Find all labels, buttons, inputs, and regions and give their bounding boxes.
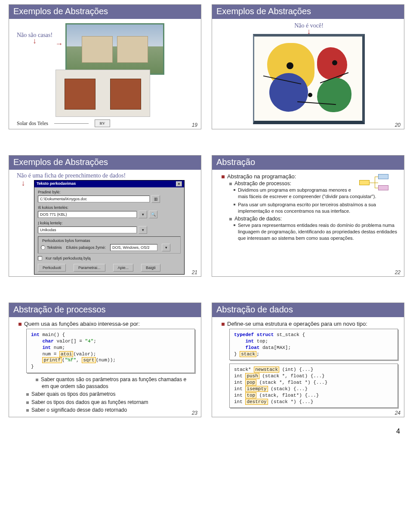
slide-number: 24 — [395, 410, 401, 416]
params-button[interactable]: Parametrai... — [74, 264, 105, 272]
dropdown-icon[interactable]: ▾ — [162, 244, 170, 251]
file-path-input[interactable]: C:\Dokumentai\Knygos.doc — [38, 196, 150, 202]
flowchart-icon — [359, 174, 398, 191]
slide-number: 22 — [395, 269, 401, 275]
slide-number: 23 — [192, 410, 197, 416]
slide-title: Exemplos de Abstrações — [9, 5, 201, 19]
group-label: Perkoduotos bylos formatas — [41, 238, 92, 243]
rv-badge: RV — [95, 119, 110, 127]
field-label: Pradinė bylė: — [38, 190, 181, 194]
page-number: 4 — [396, 428, 400, 435]
dropdown-icon[interactable]: ▾ — [139, 211, 147, 218]
bottom-label: Solar dos Teles — [17, 120, 48, 127]
arrow-down-icon: ↓ — [22, 181, 25, 186]
bullet-l1: Quem usa as funções abaixo interessa-se … — [18, 321, 195, 327]
checkbox[interactable] — [38, 256, 42, 260]
finish-button[interactable]: Baigti — [141, 264, 160, 272]
slide-21: Exemplos de Abstrações Não é uma ficha d… — [9, 155, 201, 277]
slide-title: Exemplos de Abstrações — [9, 156, 201, 170]
code-block: int main() { char valor[] = "4"; int num… — [26, 329, 195, 373]
code-block-funcs: stack* newstack (int) {...} int push (st… — [229, 364, 398, 408]
search-icon[interactable]: 🔍 — [149, 211, 157, 218]
bullet-l2: Saber quais os tipos dos parâmetros — [26, 391, 195, 398]
dialog-window: Teksto perkodavimas × Pradinė bylė: C:\D… — [34, 180, 185, 275]
floor-plan-placeholder — [55, 70, 150, 117]
row-end-label: Eilutės pabaigos žymė: — [66, 245, 106, 250]
bullet-l2: Saber quantos são os parâmetros para as … — [26, 376, 195, 390]
arrow-right-icon: → — [55, 40, 63, 49]
to-table-select[interactable]: Unikodas — [38, 226, 137, 233]
checkbox-label: Kur rašyti perkoduotą bylą — [46, 256, 91, 260]
slide-number: 19 — [192, 122, 197, 128]
radio-option[interactable]: Tekstinis — [41, 245, 62, 250]
bullet-l1: Define-se uma estrutura e operações para… — [222, 321, 398, 327]
slide-title: Abstração — [212, 156, 404, 170]
slide-title: Abstração de processos — [9, 303, 201, 317]
slide-22: Abstração Abstração na programação: Abst… — [212, 155, 404, 277]
slide-title: Abstração de dados — [212, 303, 404, 317]
slide-number: 20 — [395, 122, 401, 128]
dialog-title-text: Teksto perkodavimas — [37, 181, 76, 187]
slide-24: Abstração de dados Define-se uma estrutu… — [212, 303, 404, 417]
code-block-struct: typedef struct st_stack { int top; float… — [229, 329, 398, 360]
slide-19: Exemplos de Abstrações Não são casas! ↓ … — [9, 4, 201, 129]
bullet-l3: Para usar um subprograma escrito por ter… — [238, 202, 398, 214]
house-photo-placeholder — [65, 23, 164, 75]
slide-20: Exemplos de Abstrações Não é você! ↓ 20 — [212, 4, 404, 129]
bullet-l2: Saber os tipos dos dados que as funções … — [26, 399, 195, 406]
encode-button[interactable]: Perkoduoti — [38, 264, 66, 272]
field-label: Iš kokios lentelės: — [38, 205, 181, 210]
slide-23: Abstração de processos Quem usa as funçõ… — [9, 303, 201, 417]
from-table-select[interactable]: DOS 771 (KBL) — [38, 211, 137, 218]
dropdown-icon[interactable]: ▾ — [139, 226, 147, 234]
slide-number: 21 — [192, 269, 197, 275]
annotation-text: Não é uma ficha de preenchimento de dado… — [17, 172, 126, 179]
about-button[interactable]: Apie... — [113, 264, 134, 272]
line-ending-select[interactable]: DOS, Windows, OS/2 — [110, 244, 157, 251]
close-icon[interactable]: × — [176, 181, 182, 187]
bullet-l2: Abstração de dados: — [229, 216, 398, 222]
browse-button[interactable]: ▥ — [151, 195, 160, 203]
bullet-l3: Serve para representarmos entidades reai… — [238, 222, 398, 242]
bullet-l2: Saber o significado desse dado retornado — [26, 407, 195, 414]
arrow-down-icon: ↓ — [33, 39, 37, 43]
abstract-art-placeholder — [253, 34, 365, 124]
arrow-down-icon: ↓ — [307, 29, 311, 34]
field-label: Į kokią lentelę: — [38, 221, 181, 225]
slide-title: Exemplos de Abstrações — [212, 5, 404, 19]
